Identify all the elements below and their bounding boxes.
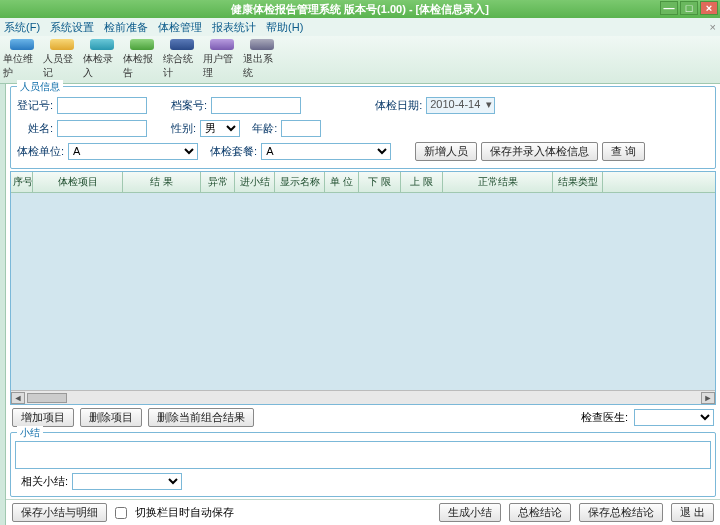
title-bar: 健康体检报告管理系统 版本号(1.00) - [体检信息录入] — □ ×	[0, 0, 720, 18]
toolbar: 单位维护人员登记体检录入体检报告综合统计用户管理退出系统	[0, 36, 720, 84]
related-summary-select[interactable]	[72, 473, 182, 490]
toolbar-icon	[130, 39, 154, 50]
grid-col-header[interactable]: 异常	[201, 172, 235, 192]
toolbar-label: 体检录入	[83, 52, 121, 80]
window-title: 健康体检报告管理系统 版本号(1.00) - [体检信息录入]	[231, 2, 489, 17]
grid-col-header[interactable]: 下 限	[359, 172, 401, 192]
menu-bar: 系统(F) 系统设置 检前准备 体检管理 报表统计 帮助(H) ×	[0, 18, 720, 36]
maximize-button[interactable]: □	[680, 1, 698, 15]
toolbar-stats-button[interactable]: 综合统计	[162, 38, 202, 81]
gender-label: 性别:	[171, 121, 196, 136]
grid-col-header[interactable]: 进小结	[235, 172, 275, 192]
summary-group: 小结 相关小结:	[10, 432, 716, 497]
menu-preexam[interactable]: 检前准备	[104, 20, 148, 35]
add-item-button[interactable]: 增加项目	[12, 408, 74, 427]
toolbar-label: 退出系统	[243, 52, 281, 80]
gen-summary-button[interactable]: 生成小结	[439, 503, 501, 522]
doctor-select[interactable]	[634, 409, 714, 426]
grid-col-header[interactable]: 体检项目	[33, 172, 123, 192]
summary-legend: 小结	[17, 426, 43, 440]
toolbar-label: 单位维护	[3, 52, 41, 80]
scroll-left-icon[interactable]: ◄	[11, 392, 25, 404]
menu-reports[interactable]: 报表统计	[212, 20, 256, 35]
minimize-button[interactable]: —	[660, 1, 678, 15]
toolbar-icon	[250, 39, 274, 50]
exit-button[interactable]: 退 出	[671, 503, 714, 522]
related-summary-label: 相关小结:	[21, 474, 68, 489]
add-person-button[interactable]: 新增人员	[415, 142, 477, 161]
exam-items-grid: 序号体检项目结 果异常进小结显示名称单 位下 限上 限正常结果结果类型 ◄ ►	[10, 171, 716, 405]
package-select[interactable]: A	[261, 143, 391, 160]
person-info-group: 人员信息 登记号: 档案号: 体检日期: 2010-4-14 姓名: 性别: 男…	[10, 86, 716, 169]
bottom-toolbar: 保存小结与明细 切换栏目时自动保存 生成小结 总检结论 保存总检结论 退 出	[6, 499, 720, 525]
grid-hscrollbar[interactable]: ◄ ►	[11, 390, 715, 404]
save-total-button[interactable]: 保存总检结论	[579, 503, 663, 522]
toolbar-label: 综合统计	[163, 52, 201, 80]
grid-col-header[interactable]: 显示名称	[275, 172, 325, 192]
reg-no-input[interactable]	[57, 97, 147, 114]
doctor-label: 检查医生:	[581, 410, 628, 425]
exam-date-label: 体检日期:	[375, 98, 422, 113]
delete-combo-button[interactable]: 删除当前组合结果	[148, 408, 254, 427]
name-input[interactable]	[57, 120, 147, 137]
gender-select[interactable]: 男	[200, 120, 240, 137]
toolbar-report-button[interactable]: 体检报告	[122, 38, 162, 81]
toolbar-icon	[90, 39, 114, 50]
toolbar-icon	[210, 39, 234, 50]
toolbar-exit-button[interactable]: 退出系统	[242, 38, 282, 81]
age-label: 年龄:	[252, 121, 277, 136]
grid-body[interactable]	[11, 193, 715, 390]
grid-col-header[interactable]: 上 限	[401, 172, 443, 192]
file-no-label: 档案号:	[171, 98, 207, 113]
unit-select[interactable]: A	[68, 143, 198, 160]
exam-date-picker[interactable]: 2010-4-14	[426, 97, 495, 114]
toolbar-label: 用户管理	[203, 52, 241, 80]
save-enter-button[interactable]: 保存并录入体检信息	[481, 142, 598, 161]
mdi-close-icon[interactable]: ×	[710, 21, 716, 33]
age-input[interactable]	[281, 120, 321, 137]
unit-label: 体检单位:	[17, 144, 64, 159]
scroll-right-icon[interactable]: ►	[701, 392, 715, 404]
grid-col-header[interactable]: 序号	[11, 172, 33, 192]
query-button[interactable]: 查 询	[602, 142, 645, 161]
group-legend: 人员信息	[17, 80, 63, 94]
autosave-label: 切换栏目时自动保存	[135, 505, 234, 520]
toolbar-user-button[interactable]: 用户管理	[202, 38, 242, 81]
grid-col-header[interactable]: 正常结果	[443, 172, 553, 192]
menu-settings[interactable]: 系统设置	[50, 20, 94, 35]
delete-item-button[interactable]: 删除项目	[80, 408, 142, 427]
grid-col-header[interactable]: 结 果	[123, 172, 201, 192]
toolbar-entry-button[interactable]: 体检录入	[82, 38, 122, 81]
grid-actions-row: 增加项目 删除项目 删除当前组合结果 检查医生:	[6, 405, 720, 430]
toolbar-icon	[170, 39, 194, 50]
close-button[interactable]: ×	[700, 1, 718, 15]
toolbar-label: 体检报告	[123, 52, 161, 80]
file-no-input[interactable]	[211, 97, 301, 114]
reg-no-label: 登记号:	[17, 98, 53, 113]
grid-header: 序号体检项目结 果异常进小结显示名称单 位下 限上 限正常结果结果类型	[11, 172, 715, 193]
autosave-checkbox[interactable]	[115, 507, 127, 519]
name-label: 姓名:	[28, 121, 53, 136]
toolbar-icon	[10, 39, 34, 50]
toolbar-person-button[interactable]: 人员登记	[42, 38, 82, 81]
save-summary-button[interactable]: 保存小结与明细	[12, 503, 107, 522]
package-label: 体检套餐:	[210, 144, 257, 159]
toolbar-icon	[50, 39, 74, 50]
scroll-thumb[interactable]	[27, 393, 67, 403]
total-conclusion-button[interactable]: 总检结论	[509, 503, 571, 522]
summary-textarea[interactable]	[15, 441, 711, 469]
menu-exammgmt[interactable]: 体检管理	[158, 20, 202, 35]
toolbar-label: 人员登记	[43, 52, 81, 80]
grid-col-header[interactable]: 结果类型	[553, 172, 603, 192]
toolbar-unit-button[interactable]: 单位维护	[2, 38, 42, 81]
menu-help[interactable]: 帮助(H)	[266, 20, 303, 35]
grid-col-header[interactable]: 单 位	[325, 172, 359, 192]
menu-system[interactable]: 系统(F)	[4, 20, 40, 35]
